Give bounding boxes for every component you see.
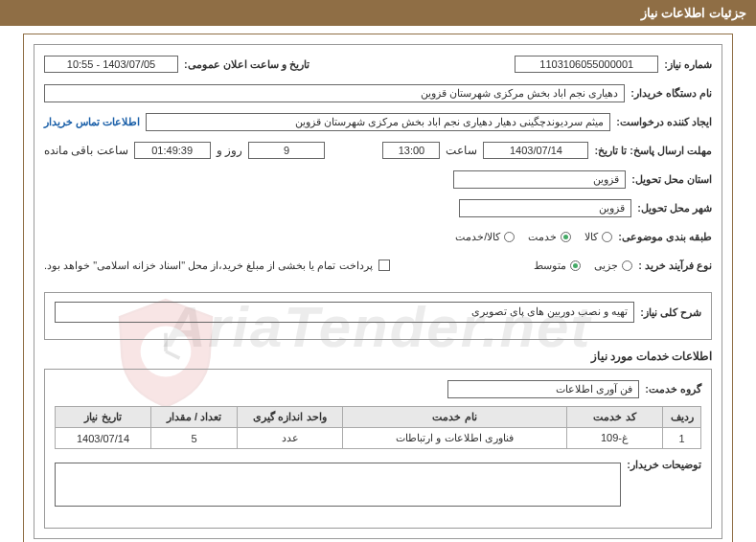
- td-row: 1: [663, 428, 701, 449]
- label-deadline: مهلت ارسال پاسخ: تا تاریخ:: [594, 145, 712, 157]
- label-overall-desc: شرح کلی نیاز:: [640, 306, 701, 319]
- radio-service-label: خدمت: [528, 231, 557, 243]
- radio-group-purchase: جزیی متوسط: [534, 260, 632, 272]
- td-unit: عدد: [238, 428, 343, 449]
- th-name: نام خدمت: [343, 407, 567, 428]
- th-code: کد خدمت: [567, 407, 663, 428]
- field-buyer-org: دهیاری نجم اباد بخش مرکزی شهرستان قزوین: [44, 84, 625, 102]
- radio-both[interactable]: کالا/خدمت: [455, 231, 515, 243]
- label-time-word: ساعت: [446, 144, 477, 157]
- td-code: غ-109: [567, 428, 663, 449]
- row-deadline: مهلت ارسال پاسخ: تا تاریخ: 1403/07/14 سا…: [44, 139, 712, 162]
- row-subject-category: طبقه بندی موضوعی: کالا خدمت کالا/خدمت: [44, 225, 712, 248]
- table-header-row: ردیف کد خدمت نام خدمت واحد اندازه گیری ت…: [56, 407, 701, 428]
- field-deadline-date: 1403/07/14: [483, 142, 588, 159]
- table-row: 1 غ-109 فناوری اطلاعات و ارتباطات عدد 5 …: [56, 428, 701, 449]
- label-days-and: روز و: [217, 144, 242, 157]
- th-date: تاریخ نیاز: [56, 407, 151, 428]
- label-buyer-org: نام دستگاه خریدار:: [630, 87, 712, 100]
- page-title: جزئیات اطلاعات نیاز: [0, 0, 756, 26]
- label-purchase-type: نوع فرآیند خرید :: [638, 260, 712, 272]
- label-subject-cat: طبقه بندی موضوعی:: [618, 231, 712, 243]
- row-requester: ایجاد کننده درخواست: میثم سردیوندچگینی د…: [44, 110, 712, 133]
- radio-both-label: کالا/خدمت: [455, 231, 500, 243]
- radio-goods[interactable]: کالا: [584, 231, 612, 243]
- label-announce-dt: تاریخ و ساعت اعلان عمومی:: [184, 58, 309, 71]
- field-requester: میثم سردیوندچگینی دهیار دهیاری نجم اباد …: [146, 113, 610, 131]
- td-qty: 5: [151, 428, 238, 449]
- field-city: قزوین: [459, 199, 631, 217]
- main-panel: AriaTender.net شماره نیاز: 1103106055000…: [23, 34, 733, 542]
- th-row: ردیف: [663, 407, 701, 428]
- radio-medium-label: متوسط: [534, 260, 566, 272]
- row-need-number: شماره نیاز: 1103106055000001 تاریخ و ساع…: [44, 53, 712, 76]
- radio-service[interactable]: خدمت: [528, 231, 571, 243]
- th-unit: واحد اندازه گیری: [238, 407, 343, 428]
- radio-medium[interactable]: متوسط: [534, 260, 581, 272]
- label-service-group: گروه خدمت:: [645, 383, 701, 395]
- field-days-left: 9: [248, 142, 325, 159]
- label-buyer-notes: توضیحات خریدار:: [627, 459, 701, 471]
- field-time-left: 01:49:39: [134, 142, 211, 159]
- row-province: استان محل تحویل: قزوین: [44, 168, 712, 191]
- field-deadline-time: 13:00: [382, 142, 440, 159]
- td-name: فناوری اطلاعات و ارتباطات: [343, 428, 567, 449]
- field-announce-dt: 1403/07/05 - 10:55: [44, 56, 178, 73]
- field-buyer-notes: [55, 463, 621, 507]
- field-need-no: 1103106055000001: [515, 56, 658, 73]
- checkbox-treasury[interactable]: [378, 260, 390, 271]
- td-date: 1403/07/14: [56, 428, 151, 449]
- label-remaining: ساعت باقی مانده: [44, 144, 128, 157]
- label-province: استان محل تحویل:: [631, 173, 712, 186]
- section-services: گروه خدمت: فن آوری اطلاعات ردیف کد خدمت …: [44, 369, 712, 529]
- radio-minor-label: جزیی: [594, 260, 618, 272]
- row-city: شهر محل تحویل: قزوین: [44, 196, 712, 219]
- radio-goods-label: کالا: [584, 231, 598, 243]
- th-qty: تعداد / مقدار: [151, 407, 238, 428]
- link-buyer-contact[interactable]: اطلاعات تماس خریدار: [44, 116, 140, 128]
- radio-minor[interactable]: جزیی: [594, 260, 632, 272]
- field-service-group: فن آوری اطلاعات: [447, 380, 639, 398]
- field-province: قزوین: [453, 170, 626, 189]
- label-treasury-note: پرداخت تمام یا بخشی از مبلغ خرید،از محل …: [44, 260, 373, 272]
- label-requester: ایجاد کننده درخواست:: [616, 116, 712, 128]
- label-city: شهر محل تحویل:: [637, 202, 712, 215]
- heading-services-info: اطلاعات خدمات مورد نیاز: [44, 350, 712, 363]
- services-table: ردیف کد خدمت نام خدمت واحد اندازه گیری ت…: [55, 406, 701, 449]
- row-purchase-type: نوع فرآیند خرید : جزیی متوسط پرداخت تمام…: [44, 254, 712, 277]
- field-overall-desc: تهیه و نصب دوربین های پای تصویری: [55, 302, 634, 323]
- section-overall: شرح کلی نیاز: تهیه و نصب دوربین های پای …: [44, 292, 712, 340]
- label-need-no: شماره نیاز:: [664, 58, 712, 71]
- row-buyer-org: نام دستگاه خریدار: دهیاری نجم اباد بخش م…: [44, 81, 712, 104]
- radio-group-category: کالا خدمت کالا/خدمت: [455, 231, 612, 243]
- form-container: AriaTender.net شماره نیاز: 1103106055000…: [34, 44, 722, 539]
